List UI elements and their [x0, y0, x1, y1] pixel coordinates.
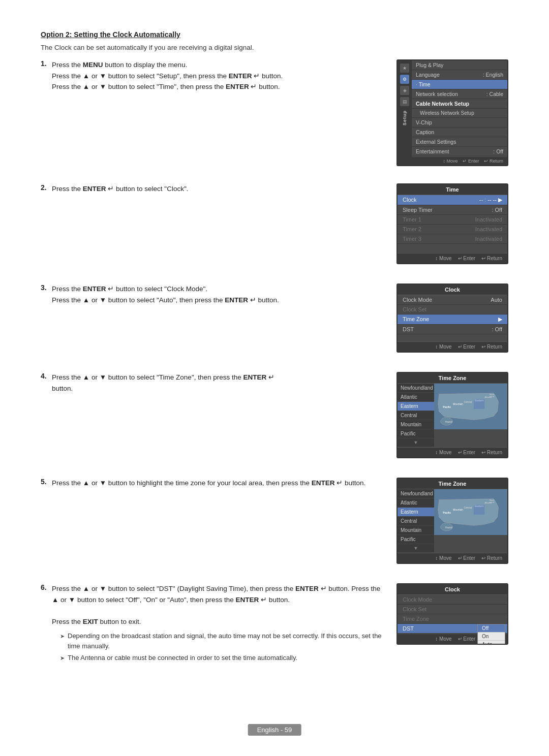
- setup-row-time: · Time: [412, 80, 507, 89]
- tz2-newfoundland: Newfoundland: [398, 489, 434, 498]
- step-4-panel: Time Zone Newfoundland Atlantic Eastern …: [396, 372, 508, 458]
- dst-footer-move: ↕ Move: [435, 636, 451, 642]
- clock-footer-return: ↩ Return: [481, 344, 502, 350]
- setup-panel: ★ ⚙ ◈ ▤ Setup Plug & Play Language: Engl…: [396, 59, 508, 166]
- step-3-body: Press the ENTER ↵ button to select "Cloc…: [52, 284, 386, 353]
- svg-text:Mountain: Mountain: [453, 509, 463, 511]
- step-6: 6. Press the ▲ or ▼ button to select "DS…: [41, 583, 508, 665]
- page-content: Option 2: Setting the Clock Automaticall…: [0, 0, 549, 715]
- timezone-panel: Time Zone Newfoundland Atlantic Eastern …: [396, 372, 508, 458]
- time-panel: Time Clock-- : -- -- ▶ Sleep Timer: Off …: [396, 183, 508, 264]
- step-6-text: Press the ▲ or ▼ button to select "DST" …: [52, 583, 386, 627]
- dst-option-auto: Auto: [478, 641, 505, 645]
- note-2-text: The Antenna or cable must be connected i…: [68, 653, 297, 663]
- step-2-number: 2.: [41, 183, 52, 264]
- step-1-number: 1.: [41, 59, 52, 166]
- step-2: 2. Press the ENTER ↵ button to select "C…: [41, 183, 508, 264]
- step-6-body: Press the ▲ or ▼ button to select "DST" …: [52, 583, 386, 665]
- timezone-2-footer: ↕ Move ↵ Enter ↩ Return: [398, 553, 507, 563]
- clock-panel-header: Clock: [398, 285, 507, 295]
- setup-footer: ↕ Move ↵ Enter ↩ Return: [412, 156, 507, 165]
- step-2-panel: Time Clock-- : -- -- ▶ Sleep Timer: Off …: [396, 183, 508, 264]
- timezone-footer: ↕ Move ↵ Enter ↩ Return: [398, 447, 507, 457]
- time-row-t2: Timer 2Inactivated: [398, 225, 507, 234]
- setup-row-5: Wireless Network Setup: [412, 109, 507, 118]
- tz-eastern: Eastern: [398, 402, 434, 411]
- dst-row-set: Clock Set: [398, 605, 507, 614]
- intro-text: The Clock can be set automatically if yo…: [41, 44, 508, 51]
- step-5-number: 5.: [41, 478, 52, 564]
- svg-text:Central: Central: [464, 507, 472, 509]
- step-5-body: Press the ▲ or ▼ button to highlight the…: [52, 478, 386, 564]
- time-row-t3: Timer 3Inactivated: [398, 234, 507, 244]
- setup-row-4: Cable Network Setup: [412, 99, 507, 109]
- step-1-body: Press the MENU button to display the men…: [52, 59, 386, 166]
- note-1-text: Depending on the broadcast station and s…: [68, 631, 386, 651]
- dst-row-mode: Clock Mode: [398, 595, 507, 605]
- timezone-panel-2: Time Zone Newfoundland Atlantic Eastern …: [396, 478, 508, 564]
- dst-dropdown: Off On Auto: [477, 624, 505, 645]
- step-1-text: Press the MENU button to display the men…: [52, 59, 386, 92]
- us-map-svg: Hawaii Pacific Mountain Central Eastern …: [434, 384, 507, 429]
- step-4-number: 4.: [41, 372, 52, 458]
- setup-row-1: Plug & Play: [412, 60, 507, 70]
- tz-central: Central: [398, 411, 434, 420]
- dst-option-off: Off: [478, 624, 505, 633]
- setup-icon-4: ▤: [400, 97, 409, 106]
- step-1: 1. Press the MENU button to display the …: [41, 59, 508, 166]
- timezone-list: Newfoundland Atlantic Eastern Central Mo…: [398, 384, 434, 447]
- setup-content: Plug & Play Language: English · Time Net…: [412, 60, 507, 165]
- setup-row-6: V-Chip: [412, 118, 507, 128]
- svg-text:Hawaii: Hawaii: [445, 526, 452, 529]
- dst-footer-enter: ↵ Enter: [458, 636, 476, 642]
- tz2-scroll: ▼: [398, 544, 434, 553]
- step-1-panel: ★ ⚙ ◈ ▤ Setup Plug & Play Language: Engl…: [396, 59, 508, 166]
- setup-icon-3: ◈: [400, 86, 409, 95]
- step-4-body: Press the ▲ or ▼ button to select "Time …: [52, 372, 386, 458]
- tz-footer-return: ↩ Return: [481, 450, 502, 455]
- tz-mountain: Mountain: [398, 420, 434, 429]
- step-6-note-1: Depending on the broadcast station and s…: [60, 631, 386, 651]
- dst-option-on: On: [478, 633, 505, 641]
- svg-text:Hawaii: Hawaii: [445, 421, 452, 423]
- svg-text:Pacific: Pacific: [443, 406, 451, 408]
- setup-sidebar: ★ ⚙ ◈ ▤ Setup: [398, 60, 412, 165]
- clock-row-spacer: [398, 334, 507, 341]
- dst-row-dst: DST Off On Auto: [398, 624, 507, 634]
- time-panel-footer: ↕ Move ↵ Enter ↩ Return: [398, 253, 507, 263]
- setup-row-7: Caption: [412, 128, 507, 137]
- tz2-eastern: Eastern: [398, 508, 434, 517]
- dst-panel-header: Clock: [398, 584, 507, 595]
- dst-panel: Clock Clock Mode Clock Set Time Zone DST…: [396, 583, 508, 645]
- tz-footer-move: ↕ Move: [435, 450, 451, 455]
- footer-enter: ↵ Enter: [463, 159, 479, 164]
- svg-text:oundl: oundl: [490, 395, 495, 398]
- tz2-pacific: Pacific: [398, 535, 434, 544]
- setup-row-3: Network selection: Cable: [412, 89, 507, 99]
- clock-row-mode: Clock ModeAuto: [398, 295, 507, 305]
- time-row-spacer: [398, 244, 507, 253]
- setup-icon-2: ⚙: [400, 75, 409, 84]
- time-footer-move: ↕ Move: [435, 256, 451, 261]
- tz-pacific: Pacific: [398, 429, 434, 438]
- step-5-panel: Time Zone Newfoundland Atlantic Eastern …: [396, 478, 508, 564]
- time-row-sleep: Sleep Timer: Off: [398, 205, 507, 215]
- svg-text:oundl: oundl: [490, 501, 495, 503]
- clock-row-set: Clock Set: [398, 305, 507, 314]
- svg-text:Pacific: Pacific: [443, 512, 451, 514]
- timezone-inner: Newfoundland Atlantic Eastern Central Mo…: [398, 384, 507, 447]
- steps-container: 1. Press the MENU button to display the …: [41, 59, 508, 674]
- tz2-mountain: Mountain: [398, 526, 434, 535]
- step-6-note-2: The Antenna or cable must be connected i…: [60, 653, 386, 663]
- timezone-list-2: Newfoundland Atlantic Eastern Central Mo…: [398, 489, 434, 553]
- dst-row-tz: Time Zone: [398, 614, 507, 624]
- step-2-text: Press the ENTER ↵ button to select "Cloc…: [52, 183, 386, 195]
- setup-row-9: Entertainment: Off: [412, 147, 507, 156]
- step-6-panel: Clock Clock Mode Clock Set Time Zone DST…: [396, 583, 508, 665]
- clock-panel: Clock Clock ModeAuto Clock Set Time Zone…: [396, 284, 508, 353]
- tz-scroll: ▼: [398, 438, 434, 447]
- clock-footer-enter: ↵ Enter: [458, 344, 476, 350]
- step-6-notes: Depending on the broadcast station and s…: [52, 631, 386, 663]
- step-3-number: 3.: [41, 284, 52, 353]
- clock-row-tz: Time Zone▶: [398, 314, 507, 325]
